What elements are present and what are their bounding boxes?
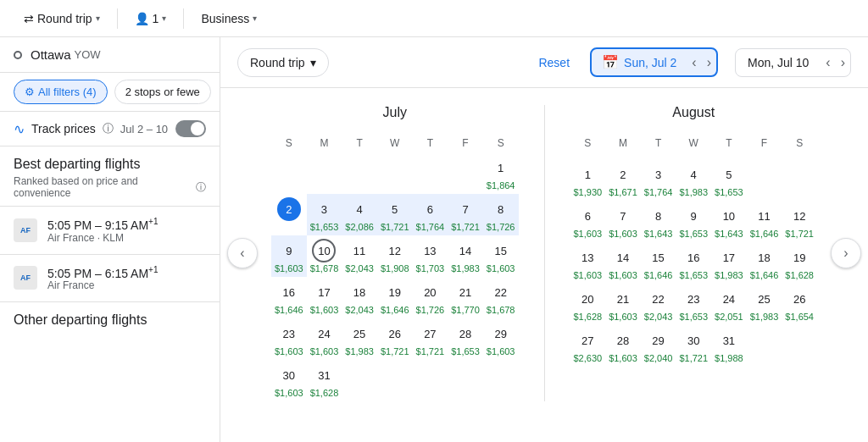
calendar-day-cell[interactable]: 1$1,864 xyxy=(483,152,519,194)
day-number: 28 xyxy=(611,329,635,352)
calendars-container: ‹ July SMTWTFS 1$1,8642$1,6033$1,6534$2,… xyxy=(220,88,868,418)
all-filters-btn[interactable]: ⚙ All filters (4) xyxy=(14,80,108,104)
day-price: $1,603 xyxy=(572,270,604,280)
info-icon2: ⓘ xyxy=(196,180,206,195)
calendar-day-cell[interactable]: 16$1,646 xyxy=(271,277,307,318)
calendar-day-cell[interactable]: 31$1,988 xyxy=(711,325,747,367)
arr-date-text: Mon, Jul 10 xyxy=(736,49,821,76)
calendar-day-cell[interactable]: 5$1,653 xyxy=(711,159,747,201)
calendar-day-cell[interactable]: 4$2,086 xyxy=(342,194,377,235)
calendar-day-cell[interactable]: 27$2,630 xyxy=(570,325,606,367)
day-number: 5 xyxy=(717,163,741,186)
track-label: Track prices xyxy=(31,122,96,135)
round-trip-nav-btn[interactable]: ⇄ Round trip ▾ xyxy=(14,7,110,30)
calendar-day-cell[interactable]: 28$1,603 xyxy=(605,325,641,367)
calendar-day-cell[interactable]: 29$1,603 xyxy=(483,318,519,360)
calendar-day-cell[interactable]: 31$1,628 xyxy=(307,360,342,401)
calendar-day-cell[interactable]: 9$1,603 xyxy=(271,235,307,277)
best-departing-title: Best departing flights xyxy=(0,146,220,175)
calendar-day-cell[interactable]: 4$1,983 xyxy=(676,159,711,201)
calendar-day-cell[interactable]: 6$1,764 xyxy=(413,194,448,235)
day-number: 18 xyxy=(348,280,371,304)
calendar-day-cell[interactable]: 25$1,983 xyxy=(342,318,377,360)
calendar-day-cell[interactable]: 13$1,703 xyxy=(413,235,448,277)
calendar-day-cell[interactable]: 20$1,628 xyxy=(570,284,606,325)
calendar-day-cell[interactable]: 10$1,678 xyxy=(307,235,342,277)
calendar-day-cell[interactable]: 2$1,671 xyxy=(605,159,641,201)
track-prices-toggle[interactable] xyxy=(175,120,206,137)
day-price: $1,646 xyxy=(748,229,781,239)
calendar-day-cell[interactable]: 6$1,603 xyxy=(570,201,606,242)
calendar-day-cell[interactable]: 23$1,653 xyxy=(676,284,711,325)
calendar-day-cell[interactable]: 20$1,726 xyxy=(413,277,448,318)
dep-prev-btn[interactable]: ‹ xyxy=(687,52,701,74)
day-price: $1,628 xyxy=(309,388,341,398)
calendar-day-cell[interactable]: 29$2,040 xyxy=(641,325,676,367)
calendar-day-cell[interactable]: 11$1,646 xyxy=(747,201,782,242)
cal-prev-btn[interactable]: ‹ xyxy=(227,238,258,268)
roundtrip-dropdown-btn[interactable]: Round trip ▾ xyxy=(237,48,329,77)
day-price: $1,983 xyxy=(748,312,781,322)
stops-filter-btn[interactable]: 2 stops or fewe xyxy=(114,80,211,104)
arr-prev-btn[interactable]: ‹ xyxy=(821,52,835,74)
day-number: 27 xyxy=(418,322,442,345)
calendar-day-cell[interactable]: 21$1,770 xyxy=(448,277,483,318)
calendar-day-cell[interactable]: 14$1,603 xyxy=(605,242,641,284)
cal-header: Round trip ▾ Reset 📅 Sun, Jul 2 ‹ › Mon,… xyxy=(220,37,868,88)
calendar-day-cell[interactable]: 19$1,646 xyxy=(377,277,413,318)
calendar-day-cell[interactable]: 14$1,983 xyxy=(448,235,483,277)
calendar-day-cell[interactable]: 30$1,603 xyxy=(271,360,307,401)
calendar-day-cell[interactable]: 15$1,603 xyxy=(483,235,519,277)
calendar-day-cell[interactable]: 19$1,628 xyxy=(782,242,817,284)
cal-next-btn[interactable]: › xyxy=(831,238,861,268)
calendar-day-cell[interactable]: 22$2,043 xyxy=(641,284,676,325)
day-number: 5 xyxy=(383,197,407,221)
calendar-day-cell[interactable]: 26$1,654 xyxy=(782,284,817,325)
calendar-day-cell[interactable]: 15$1,646 xyxy=(641,242,676,284)
passengers-btn[interactable]: 👤 1 ▾ xyxy=(125,7,177,30)
flight-card-2[interactable]: AF 5:05 PM – 6:15 AM+1 Air France xyxy=(0,254,220,302)
calendar-day-cell[interactable]: 30$1,721 xyxy=(676,325,711,367)
calendar-day-cell[interactable]: 11$2,043 xyxy=(342,235,377,277)
day-price: $1,603 xyxy=(607,312,639,322)
calendar-day-cell[interactable]: 17$1,983 xyxy=(711,242,747,284)
calendar-day-cell[interactable]: 3$1,653 xyxy=(307,194,342,235)
calendar-day-cell[interactable]: 12$1,908 xyxy=(377,235,413,277)
calendar-day-cell[interactable]: 5$1,721 xyxy=(377,194,413,235)
day-price: $1,703 xyxy=(415,263,447,273)
calendar-day-cell[interactable]: 13$1,603 xyxy=(570,242,606,284)
day-price: $1,646 xyxy=(748,270,781,280)
calendar-day-cell[interactable]: 1$1,930 xyxy=(570,159,606,201)
calendar-day-cell[interactable]: 8$1,643 xyxy=(641,201,676,242)
calendar-day-cell[interactable]: 25$1,983 xyxy=(747,284,782,325)
flight-airline-1: Air France · KLM xyxy=(47,232,206,244)
nav-divider2 xyxy=(183,8,184,29)
calendar-day-cell[interactable]: 21$1,603 xyxy=(605,284,641,325)
calendar-day-cell[interactable]: 24$2,051 xyxy=(711,284,747,325)
dep-next-btn[interactable]: › xyxy=(702,52,716,74)
calendar-day-cell[interactable]: 24$1,603 xyxy=(307,318,342,360)
calendar-day-cell[interactable]: 8$1,726 xyxy=(483,194,519,235)
calendar-day-cell[interactable]: 7$1,603 xyxy=(605,201,641,242)
arr-next-btn[interactable]: › xyxy=(836,52,850,74)
calendar-day-cell[interactable]: 16$1,653 xyxy=(676,242,711,284)
calendar-day-cell[interactable]: 9$1,653 xyxy=(676,201,711,242)
calendar-day-cell[interactable]: 17$1,603 xyxy=(307,277,342,318)
calendar-day-cell[interactable]: 3$1,764 xyxy=(641,159,676,201)
calendar-day-cell[interactable]: 22$1,678 xyxy=(483,277,519,318)
calendar-day-cell[interactable]: 28$1,653 xyxy=(448,318,483,360)
calendar-day-cell[interactable]: 7$1,721 xyxy=(448,194,483,235)
calendar-day-cell[interactable]: 12$1,721 xyxy=(782,201,817,242)
calendar-day-cell[interactable]: 10$1,643 xyxy=(711,201,747,242)
calendar-day-cell[interactable]: 18$1,646 xyxy=(747,242,782,284)
calendar-day-cell[interactable]: 23$1,603 xyxy=(271,318,307,360)
calendar-day-cell[interactable]: 18$2,043 xyxy=(342,277,377,318)
reset-btn[interactable]: Reset xyxy=(538,56,570,69)
class-btn[interactable]: Business ▾ xyxy=(191,7,267,30)
calendar-day-cell[interactable]: 27$1,721 xyxy=(413,318,448,360)
calendar-day-cell[interactable]: 2$1,603 xyxy=(271,194,307,235)
day-price: $1,603 xyxy=(572,229,604,239)
calendar-day-cell[interactable]: 26$1,721 xyxy=(377,318,413,360)
flight-card-1[interactable]: AF 5:05 PM – 9:15 AM+1 Air France · KLM xyxy=(0,206,220,254)
day-price: $1,653 xyxy=(677,270,709,280)
